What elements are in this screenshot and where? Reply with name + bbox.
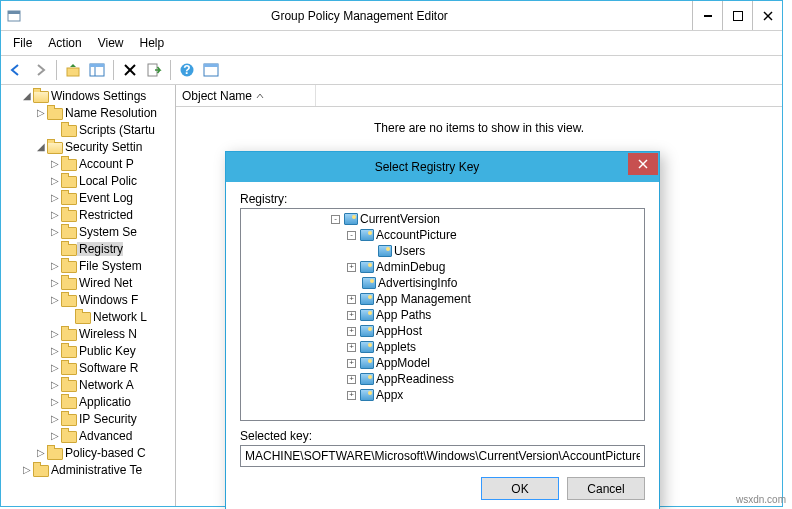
expand-icon[interactable]: + bbox=[347, 375, 356, 384]
registry-tree[interactable]: -CurrentVersion-AccountPictureUsers+Admi… bbox=[240, 208, 645, 421]
registry-tree-item[interactable]: AdvertisingInfo bbox=[243, 275, 642, 291]
registry-tree-item[interactable]: +AppReadiness bbox=[243, 371, 642, 387]
registry-tree-item[interactable]: +App Management bbox=[243, 291, 642, 307]
delete-button[interactable] bbox=[119, 59, 141, 81]
folder-icon bbox=[61, 276, 77, 290]
expand-icon[interactable]: ▷ bbox=[21, 464, 33, 475]
tree-item[interactable]: ▷Name Resolution bbox=[1, 104, 175, 121]
registry-tree-item[interactable]: +Applets bbox=[243, 339, 642, 355]
registry-tree-item[interactable]: +App Paths bbox=[243, 307, 642, 323]
expand-icon[interactable]: + bbox=[347, 359, 356, 368]
tree-item[interactable]: ▷Event Log bbox=[1, 189, 175, 206]
folder-icon bbox=[61, 361, 77, 375]
tree-item[interactable]: ▷Restricted bbox=[1, 206, 175, 223]
tree-item[interactable]: ▷Wired Net bbox=[1, 274, 175, 291]
registry-tree-item[interactable]: +AppModel bbox=[243, 355, 642, 371]
tree-item[interactable]: ▷File System bbox=[1, 257, 175, 274]
tree-item[interactable]: ▷System Se bbox=[1, 223, 175, 240]
expand-icon[interactable]: + bbox=[347, 327, 356, 336]
tree-item[interactable]: ▷Public Key bbox=[1, 342, 175, 359]
expand-icon[interactable]: ▷ bbox=[49, 175, 61, 186]
registry-key-icon bbox=[344, 213, 358, 225]
expand-icon[interactable]: ▷ bbox=[49, 396, 61, 407]
tree-item[interactable]: ▷Local Polic bbox=[1, 172, 175, 189]
tree-item[interactable]: ▷Account P bbox=[1, 155, 175, 172]
tree-item[interactable]: ◢Security Settin bbox=[1, 138, 175, 155]
export-button[interactable] bbox=[143, 59, 165, 81]
folder-icon bbox=[61, 208, 77, 222]
expand-icon[interactable]: + bbox=[347, 343, 356, 352]
tree-item[interactable]: ▷Advanced bbox=[1, 427, 175, 444]
expand-icon[interactable]: ▷ bbox=[49, 430, 61, 441]
titlebar: Group Policy Management Editor bbox=[1, 1, 782, 31]
tree-item[interactable]: Scripts (Startu bbox=[1, 121, 175, 138]
expand-icon[interactable]: ▷ bbox=[49, 209, 61, 220]
dialog-close-button[interactable] bbox=[628, 153, 658, 175]
tree-pane[interactable]: ◢Windows Settings▷Name ResolutionScripts… bbox=[1, 85, 176, 506]
cancel-button[interactable]: Cancel bbox=[567, 477, 645, 500]
selected-key-input[interactable] bbox=[240, 445, 645, 467]
registry-tree-item[interactable]: Users bbox=[243, 243, 642, 259]
tree-item[interactable]: ▷Policy-based C bbox=[1, 444, 175, 461]
expand-icon[interactable]: ▷ bbox=[49, 260, 61, 271]
registry-key-icon bbox=[360, 229, 374, 241]
back-button[interactable] bbox=[5, 59, 27, 81]
maximize-button[interactable] bbox=[722, 1, 752, 30]
expand-icon[interactable]: ◢ bbox=[35, 141, 47, 152]
registry-tree-item[interactable]: -CurrentVersion bbox=[243, 211, 642, 227]
expand-icon[interactable]: ▷ bbox=[49, 362, 61, 373]
close-button[interactable] bbox=[752, 1, 782, 30]
registry-tree-item[interactable]: +Appx bbox=[243, 387, 642, 403]
tree-item[interactable]: ▷Network A bbox=[1, 376, 175, 393]
properties-button[interactable] bbox=[200, 59, 222, 81]
ok-button[interactable]: OK bbox=[481, 477, 559, 500]
tree-item[interactable]: ▷Windows F bbox=[1, 291, 175, 308]
tree-item[interactable]: Network L bbox=[1, 308, 175, 325]
tree-item[interactable]: ▷Wireless N bbox=[1, 325, 175, 342]
tree-item[interactable]: Registry bbox=[1, 240, 175, 257]
tree-item[interactable]: ▷Administrative Te bbox=[1, 461, 175, 478]
window-title: Group Policy Management Editor bbox=[27, 9, 692, 23]
registry-key-label: AccountPicture bbox=[376, 228, 457, 242]
menu-action[interactable]: Action bbox=[42, 34, 87, 52]
menu-file[interactable]: File bbox=[7, 34, 38, 52]
expand-icon[interactable]: ▷ bbox=[35, 107, 47, 118]
expand-icon[interactable]: + bbox=[347, 263, 356, 272]
collapse-icon[interactable]: - bbox=[347, 231, 356, 240]
expand-icon[interactable]: ▷ bbox=[49, 277, 61, 288]
minimize-button[interactable] bbox=[692, 1, 722, 30]
expand-icon[interactable]: + bbox=[347, 311, 356, 320]
help-button[interactable]: ? bbox=[176, 59, 198, 81]
tree-item-label: Advanced bbox=[77, 429, 132, 443]
expand-icon[interactable]: ▷ bbox=[49, 379, 61, 390]
forward-button[interactable] bbox=[29, 59, 51, 81]
expand-icon[interactable]: ▷ bbox=[35, 447, 47, 458]
expand-icon[interactable]: ▷ bbox=[49, 413, 61, 424]
menu-help[interactable]: Help bbox=[134, 34, 171, 52]
expand-icon[interactable]: ▷ bbox=[49, 226, 61, 237]
registry-tree-item[interactable]: +AdminDebug bbox=[243, 259, 642, 275]
folder-icon bbox=[61, 242, 77, 256]
registry-key-label: AdvertisingInfo bbox=[378, 276, 457, 290]
expand-icon[interactable]: ▷ bbox=[49, 294, 61, 305]
expand-icon[interactable]: + bbox=[347, 295, 356, 304]
expand-icon[interactable]: ◢ bbox=[21, 90, 33, 101]
collapse-icon[interactable]: - bbox=[331, 215, 340, 224]
svg-rect-1 bbox=[8, 11, 20, 14]
tree-item[interactable]: ▷Applicatio bbox=[1, 393, 175, 410]
registry-key-icon bbox=[360, 293, 374, 305]
list-header[interactable]: Object Name bbox=[176, 85, 782, 107]
registry-tree-item[interactable]: +AppHost bbox=[243, 323, 642, 339]
up-button[interactable] bbox=[62, 59, 84, 81]
show-hide-button[interactable] bbox=[86, 59, 108, 81]
expand-icon[interactable]: ▷ bbox=[49, 192, 61, 203]
registry-tree-item[interactable]: -AccountPicture bbox=[243, 227, 642, 243]
tree-item[interactable]: ▷IP Security bbox=[1, 410, 175, 427]
expand-icon[interactable]: ▷ bbox=[49, 328, 61, 339]
menu-view[interactable]: View bbox=[92, 34, 130, 52]
tree-item[interactable]: ▷Software R bbox=[1, 359, 175, 376]
expand-icon[interactable]: ▷ bbox=[49, 158, 61, 169]
expand-icon[interactable]: ▷ bbox=[49, 345, 61, 356]
tree-item[interactable]: ◢Windows Settings bbox=[1, 87, 175, 104]
expand-icon[interactable]: + bbox=[347, 391, 356, 400]
